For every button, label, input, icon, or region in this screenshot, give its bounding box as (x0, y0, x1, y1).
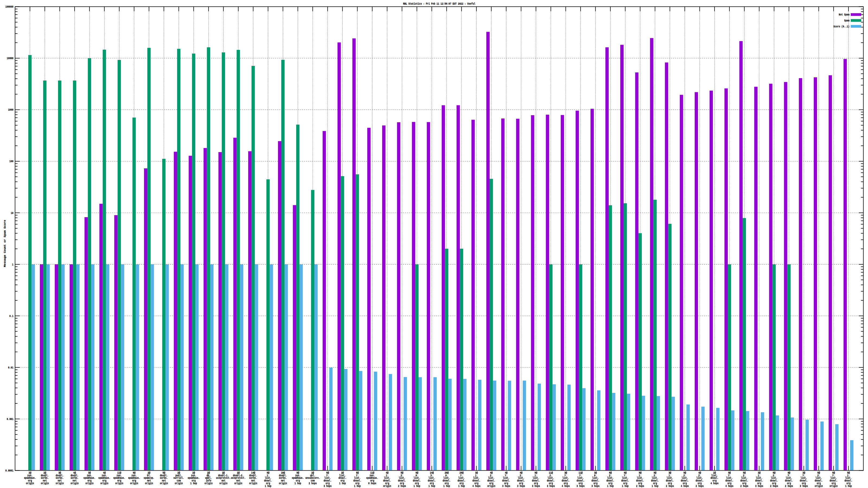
svg-text:1 hop: 1 hop (190, 482, 197, 485)
svg-text:2 hops: 2 hops (740, 484, 748, 488)
svg-text:origin: origin (41, 482, 49, 485)
svg-text:origin: origin (145, 482, 153, 485)
svg-text:1 hop: 1 hop (265, 484, 272, 488)
svg-text:2 hops: 2 hops (770, 484, 778, 488)
svg-text:3 hops: 3 hops (755, 484, 763, 488)
svg-text:1 hop: 1 hop (443, 484, 450, 488)
svg-text:origin: origin (279, 482, 287, 485)
svg-text:origin: origin (86, 482, 94, 485)
svg-text:4 hops: 4 hops (681, 484, 689, 488)
svg-text:8 hops: 8 hops (368, 482, 376, 485)
svg-text:2 hops: 2 hops (309, 482, 317, 485)
svg-text:4 hops: 4 hops (562, 484, 570, 488)
svg-text:origin: origin (56, 482, 64, 485)
svg-text:0.0001: 0.0001 (5, 469, 13, 472)
svg-text:origin: origin (130, 482, 138, 485)
svg-text:1000: 1000 (8, 108, 13, 111)
svg-text:origin: origin (249, 482, 257, 485)
svg-text:origin: origin (70, 482, 79, 485)
svg-text:1 hop: 1 hop (845, 484, 852, 488)
svg-text:4 hops: 4 hops (472, 484, 480, 488)
svg-text:origin: origin (205, 482, 213, 485)
svg-text:2 hops: 2 hops (666, 484, 674, 488)
svg-text:1 hop: 1 hop (354, 484, 361, 488)
svg-text:origin: origin (115, 482, 123, 485)
svg-text:4 hops: 4 hops (710, 482, 718, 485)
svg-text:1 hop: 1 hop (294, 482, 301, 485)
svg-text:0.001: 0.001 (7, 417, 13, 421)
svg-text:1 hop: 1 hop (414, 484, 421, 488)
svg-text:2 hops: 2 hops (785, 484, 793, 488)
svg-text:3 hops: 3 hops (800, 484, 808, 488)
svg-text:origin: origin (383, 484, 391, 488)
svg-text:3 hops: 3 hops (577, 484, 585, 488)
svg-text:2 hops: 2 hops (398, 484, 406, 488)
svg-text:Message Count or Spam Score: Message Count or Spam Score (3, 220, 6, 267)
svg-text:10: 10 (11, 211, 13, 215)
svg-text:3 hops: 3 hops (532, 484, 540, 488)
svg-text:origin: origin (175, 482, 183, 485)
svg-text:origin: origin (235, 482, 243, 485)
svg-text:origin: origin (487, 484, 495, 488)
svg-text:3 hops: 3 hops (517, 484, 525, 488)
svg-text:origin: origin (219, 482, 227, 485)
svg-text:2 hops: 2 hops (636, 484, 644, 488)
svg-text:origin: origin (26, 482, 34, 485)
svg-text:1 hop: 1 hop (429, 484, 435, 488)
svg-text:origin: origin (100, 482, 108, 485)
svg-text:3 hops: 3 hops (323, 484, 332, 488)
svg-text:1 hop: 1 hop (607, 484, 614, 488)
svg-text:1 hop: 1 hop (458, 484, 465, 488)
svg-text:10000: 10000 (7, 56, 13, 60)
svg-text:Not Spam: Not Spam (839, 13, 849, 16)
svg-text:1 hop: 1 hop (622, 484, 629, 488)
svg-text:3 hops: 3 hops (547, 484, 555, 488)
svg-text:4 hops: 4 hops (725, 484, 734, 488)
svg-text:1: 1 (12, 263, 13, 266)
svg-text:origin: origin (815, 484, 823, 488)
svg-text:100: 100 (9, 159, 13, 163)
svg-text:1 hop: 1 hop (652, 484, 659, 488)
svg-text:2 hops: 2 hops (696, 484, 704, 488)
svg-text:Spam: Spam (844, 19, 849, 22)
svg-text:RBL Statistics - Fri Feb 11 12: RBL Statistics - Fri Feb 11 12:58:07 EST… (403, 2, 475, 5)
svg-text:3 hops: 3 hops (592, 484, 600, 488)
svg-text:0.01: 0.01 (8, 366, 13, 369)
svg-text:3 hops: 3 hops (502, 484, 510, 488)
svg-text:origin: origin (830, 484, 838, 488)
svg-text:origin: origin (160, 482, 168, 485)
svg-text:1 hop: 1 hop (339, 482, 346, 485)
svg-text:Score (0..1): Score (0..1) (834, 25, 849, 28)
svg-text:100000: 100000 (5, 5, 13, 8)
svg-text:0.1: 0.1 (9, 314, 13, 318)
